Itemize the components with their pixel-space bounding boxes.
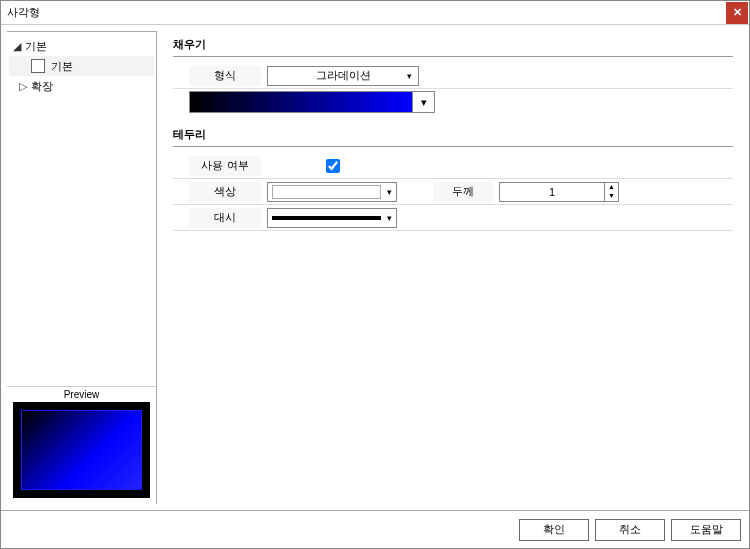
tree-item-extended[interactable]: ▷ 확장 — [9, 76, 154, 96]
dialog-rectangle: 사각형 ✕ ◢ 기본 기본 ▷ 확장 Preview — [0, 0, 750, 549]
preview-label: Preview — [7, 387, 156, 402]
ok-button[interactable]: 확인 — [519, 519, 589, 541]
label-border-use: 사용 여부 — [189, 156, 261, 176]
label-border-thickness: 두께 — [433, 182, 493, 202]
tree-item-basic-child[interactable]: 기본 — [9, 56, 154, 76]
help-button[interactable]: 도움말 — [671, 519, 741, 541]
gradient-picker[interactable]: ▾ — [189, 91, 435, 113]
dropdown-border-color[interactable]: ▾ — [267, 182, 397, 202]
dialog-body: ◢ 기본 기본 ▷ 확장 Preview 채우기 — [1, 25, 749, 510]
tree-item-label: 기본 — [25, 39, 47, 54]
gradient-swatch — [190, 92, 412, 112]
row-fill-type: 형식 그라데이션 ▾ — [173, 63, 733, 89]
dialog-footer: 확인 취소 도움말 — [1, 510, 749, 548]
preview-box — [13, 402, 150, 498]
dash-preview-line — [272, 216, 381, 220]
close-button[interactable]: ✕ — [726, 2, 748, 24]
tree-item-label: 기본 — [51, 59, 73, 74]
chevron-down-icon: ▾ — [421, 96, 427, 109]
tree-item-basic[interactable]: ◢ 기본 — [9, 36, 154, 56]
tree-item-label: 확장 — [31, 79, 53, 94]
spinner-border-thickness[interactable]: 1 ▲ ▼ — [499, 182, 619, 202]
close-icon: ✕ — [733, 6, 742, 19]
section-fill-title: 채우기 — [173, 35, 733, 57]
row-border-dash: 대시 ▾ — [173, 205, 733, 231]
sidebar: ◢ 기본 기본 ▷ 확장 Preview — [7, 31, 157, 504]
row-border-use: 사용 여부 — [173, 153, 733, 179]
property-tree: ◢ 기본 기본 ▷ 확장 — [7, 32, 156, 386]
spinner-value: 1 — [500, 186, 604, 198]
label-border-color: 색상 — [189, 182, 261, 202]
dropdown-border-dash[interactable]: ▾ — [267, 208, 397, 228]
preview-shape — [21, 410, 142, 490]
preview-panel: Preview — [7, 386, 156, 504]
gradient-dropdown-button[interactable]: ▾ — [412, 92, 434, 112]
section-border-title: 테두리 — [173, 125, 733, 147]
spinner-buttons: ▲ ▼ — [604, 183, 618, 201]
expand-icon: ◢ — [13, 40, 25, 53]
chevron-down-icon: ▾ — [381, 187, 392, 197]
label-border-dash: 대시 — [189, 208, 261, 228]
main-panel: 채우기 형식 그라데이션 ▾ ▾ 테두리 사용 여부 — [163, 31, 743, 504]
chevron-down-icon: ▾ — [401, 71, 412, 81]
dropdown-value: 그라데이션 — [316, 68, 371, 83]
spinner-up-icon[interactable]: ▲ — [605, 183, 618, 192]
titlebar: 사각형 ✕ — [1, 1, 749, 25]
cancel-button[interactable]: 취소 — [595, 519, 665, 541]
row-border-color: 색상 ▾ 두께 1 ▲ ▼ — [173, 179, 733, 205]
color-swatch — [272, 185, 381, 199]
dialog-title: 사각형 — [7, 5, 40, 20]
label-fill-type: 형식 — [189, 66, 261, 86]
checkbox-border-use[interactable] — [326, 159, 340, 173]
row-gradient-swatch: ▾ — [173, 91, 733, 113]
shape-swatch-icon — [31, 59, 45, 73]
spinner-down-icon[interactable]: ▼ — [605, 192, 618, 201]
dropdown-fill-type[interactable]: 그라데이션 ▾ — [267, 66, 419, 86]
chevron-down-icon: ▾ — [381, 213, 392, 223]
collapse-icon: ▷ — [19, 80, 31, 93]
